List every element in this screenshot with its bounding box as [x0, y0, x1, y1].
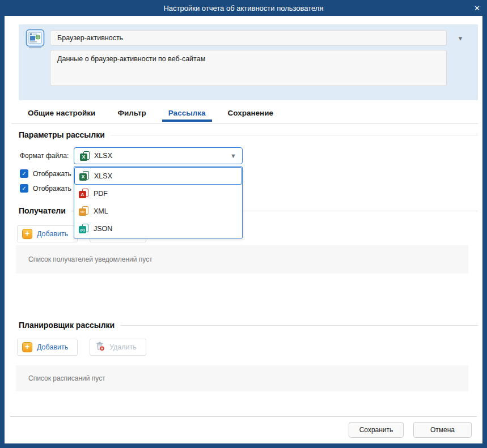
delete-schedule-button[interactable]: Удалить	[90, 339, 146, 356]
dropdown-arrow-icon: ▼	[230, 152, 236, 159]
xlsx-file-icon: X	[80, 151, 90, 161]
xlsx-file-icon: X	[79, 171, 89, 181]
section-rule	[111, 135, 478, 135]
format-option-xlsx[interactable]: X XLSX	[74, 167, 242, 185]
pdf-file-icon: A	[79, 189, 88, 198]
report-name-input[interactable]	[50, 30, 447, 46]
title-bar: Настройки отчета об активности пользоват…	[0, 0, 487, 16]
cancel-button[interactable]: Отмена	[413, 422, 472, 438]
format-option-xml[interactable]: </> XML	[74, 202, 242, 220]
tab-filter[interactable]: Фильтр	[111, 106, 152, 122]
save-button[interactable]: Сохранить	[349, 422, 404, 438]
browser-activity-icon	[26, 29, 45, 52]
format-option-json[interactable]: {0} JSON	[74, 220, 242, 237]
recipients-section-title: Получатели	[19, 206, 66, 215]
selected-format-value: XLSX	[94, 152, 112, 160]
section-rule	[120, 325, 478, 326]
trash-delete-icon	[95, 341, 105, 353]
format-dropdown-popup: X XLSX A PDF </> XML	[74, 167, 243, 238]
checkbox-checked-icon[interactable]	[20, 184, 28, 193]
report-description-input[interactable]: Данные о браузер-активности по веб-сайта…	[50, 50, 447, 86]
checkbox-checked-icon[interactable]	[20, 169, 28, 178]
tab-general[interactable]: Общие настройки	[22, 106, 101, 122]
dialog-title: Настройки отчета об активности пользоват…	[163, 4, 323, 12]
add-recipient-button[interactable]: + Добавить	[17, 225, 78, 242]
json-file-icon: {0}	[79, 224, 88, 233]
dialog-body: ▾ Данные о браузер-активности по веб-сай…	[5, 16, 482, 443]
footer-divider	[10, 416, 477, 417]
report-info-panel: ▾ Данные о браузер-активности по веб-сай…	[19, 24, 478, 100]
settings-dialog: Настройки отчета об активности пользоват…	[0, 0, 487, 448]
scheduler-section-header: Планировщик рассылки	[19, 321, 478, 330]
file-format-select[interactable]: X XLSX ▼	[74, 147, 243, 164]
mailing-section-header: Параметры рассылки	[19, 130, 478, 139]
chevron-down-icon[interactable]: ▾	[453, 32, 468, 44]
recipients-empty-text: Список получателей уведомлений пуст	[16, 255, 153, 263]
scheduler-empty-text: Список расписаний пуст	[16, 374, 105, 382]
display-option-checkbox-2[interactable]: Отображать	[20, 184, 71, 193]
file-format-label: Формат файла:	[20, 152, 69, 160]
format-option-pdf[interactable]: A PDF	[74, 185, 242, 202]
scheduler-section-title: Планировщик рассылки	[19, 321, 115, 330]
mailing-section-title: Параметры рассылки	[19, 130, 105, 139]
add-schedule-button[interactable]: + Добавить	[17, 339, 78, 356]
display-option-checkbox-1[interactable]: Отображать	[20, 169, 71, 178]
tab-bar: Общие настройки Фильтр Рассылка Сохранен…	[5, 106, 482, 122]
plus-icon: +	[22, 342, 32, 352]
close-icon[interactable]: ✕	[474, 0, 480, 16]
tab-saving[interactable]: Сохранение	[222, 106, 280, 122]
plus-icon: +	[22, 229, 32, 239]
scheduler-empty-list: Список расписаний пуст	[16, 365, 468, 391]
tabs-divider	[11, 123, 478, 123]
tab-mailing[interactable]: Рассылка	[162, 106, 212, 122]
xml-file-icon: </>	[79, 206, 88, 216]
recipients-empty-list: Список получателей уведомлений пуст	[16, 245, 468, 274]
